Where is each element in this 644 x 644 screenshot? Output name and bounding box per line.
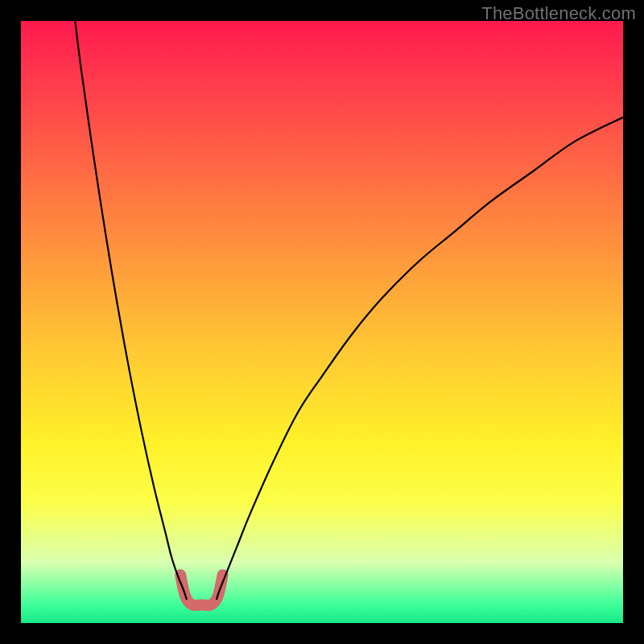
curve-right: [217, 118, 623, 599]
plot-svg: [21, 21, 623, 623]
chart-area: [21, 21, 623, 623]
curve-left: [75, 21, 186, 599]
watermark-text: TheBottleneck.com: [481, 3, 636, 24]
highlight-bucket: [180, 575, 222, 605]
